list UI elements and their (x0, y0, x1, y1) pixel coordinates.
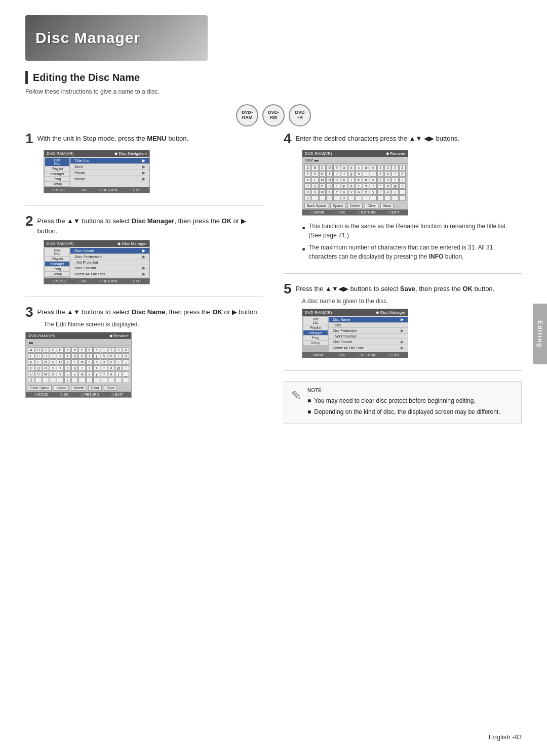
screen5-row-discname: Disc Name▶ (329, 317, 408, 323)
screen5-header: DVD-RAM(VR) ◆ Disc Manager (302, 309, 408, 316)
divider-1 (25, 205, 263, 206)
screen1-rows: Title List▶ DivX▶ Photo▶ Music▶ (70, 157, 149, 187)
rename3-input: ▬ (26, 339, 131, 346)
step-2-text: Press the ▲▼ buttons to select Disc Mana… (37, 216, 263, 236)
screen5-body: TitleList Playlist manager Prog Setup Di… (302, 316, 408, 352)
page-footer: English -83 (489, 733, 522, 741)
rename3-keyboard: ABCDEabcde1234 FGHIJfghij5678 KLMNOklmno… (26, 346, 131, 384)
screen2-sidebar: DiscNav Playlist manager Prog Setup (44, 247, 70, 278)
screen2-row-discname: Disc Name▶ (70, 248, 149, 254)
step-4-text: Enter the desired characters press the ▲… (296, 134, 522, 144)
section-heading: Editing the Disc Name (25, 71, 522, 84)
device-icons-row: DVD-RAM DVD-RW DVD+R (25, 104, 522, 127)
step4-notes: ● This function is the same as the Renam… (302, 222, 522, 261)
screen1-body: DiscNav Playlist manager Prog Setup Titl… (44, 157, 149, 187)
device-icon-dvdrw: DVD-RW (262, 104, 285, 127)
step-5-block: 5 Press the ▲▼◀▶ buttons to select Save,… (284, 284, 522, 358)
screen5-footer: □ MOVE □ OK □ RETURN □ EXIT (302, 352, 408, 358)
note-line-2: ■ Depending on the kind of disc, the dis… (307, 407, 500, 416)
note-label: NOTE (307, 387, 500, 394)
screen1-sidebar: DiscNav Playlist manager Prog Setup (44, 157, 70, 187)
screen2-header: DVD-RAM(VR) ◆ Disc Manager (44, 240, 149, 247)
rename4-actions: Back Space Space Delete Clear Save (302, 202, 408, 209)
screen2-row-discprot: Disc Protection▶ (70, 254, 149, 260)
rename-screen-step4: DVD-RAM(VR) ◆ Rename Disc ▬ ABCDEabcde12… (302, 150, 408, 216)
step-3-block: 3 Press the ▲▼ buttons to select Disc Na… (25, 307, 263, 398)
screen5-row-format: Disc Format▶ (329, 339, 408, 345)
screen1-row-music: Music▶ (70, 176, 149, 182)
col-left: 1 With the unit in Stop mode, press the … (25, 134, 263, 424)
step4-note-2: ● The maximum number of characters that … (302, 243, 522, 261)
step-2-number: 2 (25, 214, 33, 228)
screen1-row-photo: Photo▶ (70, 170, 149, 176)
step-4-block: 4 Enter the desired characters press the… (284, 134, 522, 261)
rename-screen-step3: DVD-RAM(VR) ◆ Rename ▬ ABCDEabcde1234 FG… (25, 332, 132, 398)
device-icon-dvdpr: DVD+R (289, 104, 311, 127)
step-2-block: 2 Press the ▲▼ buttons to select Disc Ma… (25, 216, 263, 284)
step-4-number: 4 (284, 132, 292, 146)
rename4-header: DVD-RAM(VR) ◆ Rename (302, 150, 408, 157)
page-number: English -83 (489, 733, 522, 741)
screen-mockup-step1: DVD-RAM(VR) ◆ Disc Navigation DiscNav Pl… (44, 150, 150, 193)
screen2-body: DiscNav Playlist manager Prog Setup Disc… (44, 247, 149, 278)
step4-note-1: ● This function is the same as the Renam… (302, 222, 522, 240)
rename4-input: Disc ▬ (302, 157, 408, 164)
screen2-row-discformat: : Not Protected (70, 260, 149, 265)
step-1-text: With the unit in Stop mode, press the ME… (37, 134, 263, 144)
divider-4 (284, 370, 522, 371)
note-box: ✎ NOTE ■ You may need to clear disc prot… (284, 381, 522, 424)
note-icon: ✎ (291, 387, 301, 418)
rename3-header: DVD-RAM(VR) ◆ Rename (26, 332, 131, 339)
screen2-footer: □ MOVE □ OK □ RETURN □ EXIT (44, 278, 149, 284)
divider-2 (25, 297, 263, 297)
rename3-footer: □ MOVE □ OK □ RETURN □ EXIT (26, 392, 131, 397)
screen5-row-discval: : Disc (329, 323, 408, 328)
rename4-footer: □ MOVE □ OK □ RETURN □ EXIT (302, 209, 408, 215)
section-subtitle: Follow these instructions to give a name… (25, 88, 522, 95)
note-line-1: ■ You may need to clear disc protect bef… (307, 396, 500, 405)
screen5-row-delall: Delete All Title Lists▶ (329, 345, 408, 351)
note-content: NOTE ■ You may need to clear disc protec… (307, 387, 500, 418)
screen2-rows: Disc Name▶ Disc Protection▶ : Not Protec… (70, 247, 149, 278)
divider-3 (284, 273, 522, 274)
step-3-text: Press the ▲▼ buttons to select Disc Name… (37, 307, 263, 317)
screen5-sidebar: TitleList Playlist manager Prog Setup (302, 316, 329, 352)
step-1-block: 1 With the unit in Stop mode, press the … (25, 134, 263, 193)
screen1-row-divx: DivX▶ (70, 164, 149, 170)
rename3-actions: Back Space Space Delete Clear Save (26, 384, 131, 392)
screen1-header: DVD-RAM(VR) ◆ Disc Navigation (44, 150, 149, 157)
step-5-text: Press the ▲▼◀▶ buttons to select Save, t… (296, 284, 522, 294)
screen-mockup-step2: DVD-RAM(VR) ◆ Disc Manager DiscNav Playl… (44, 240, 150, 284)
screen-mockup-step5: DVD-RAM(VR) ◆ Disc Manager TitleList Pla… (302, 309, 408, 358)
screen2-row-discformat2: Disc Format▶ (70, 265, 149, 271)
rename4-keyboard: ABCDEabcde1234 FGHIJfghij5678 KLMNOklmno… (302, 164, 408, 202)
screen5-rows: Disc Name▶ : Disc Disc Protection▶ : Not… (329, 316, 408, 352)
two-col-layout: 1 With the unit in Stop mode, press the … (25, 134, 522, 424)
device-icon-dvdram: DVD-RAM (236, 104, 258, 127)
screen1-footer: □ MOVE □ OK □ RETURN □ EXIT (44, 187, 149, 193)
screen5-row-notprot: : Not Protected (329, 334, 408, 339)
screen1-row-titlelist: Title List▶ (70, 158, 149, 164)
step-1-number: 1 (25, 132, 33, 146)
step-3-subtext: The Edit Name screen is displayed. (44, 321, 263, 328)
main-content: Editing the Disc Name Follow these instr… (0, 0, 547, 454)
col-right: 4 Enter the desired characters press the… (284, 134, 522, 424)
screen5-row-discprot: Disc Protection▶ (329, 328, 408, 334)
step-3-number: 3 (25, 305, 33, 319)
step-5-subtext: A disc name is given to the disc. (302, 298, 522, 305)
step-5-number: 5 (284, 282, 292, 296)
screen2-row-deletelists: Delete All Title Lists▶ (70, 271, 149, 277)
